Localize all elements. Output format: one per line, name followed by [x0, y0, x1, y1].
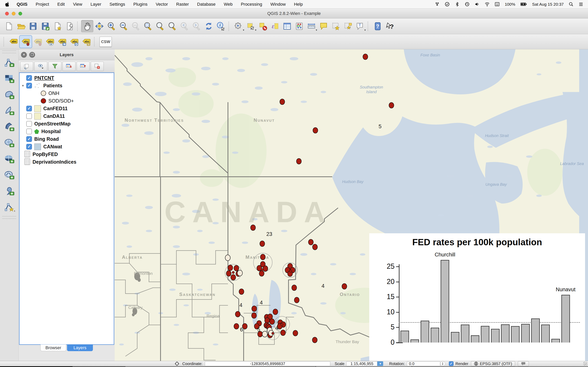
dropbox-icon[interactable]: [435, 2, 440, 7]
help-contents-button[interactable]: ?: [372, 20, 384, 32]
new-shapefile-layer-button[interactable]: ▾: [2, 200, 16, 214]
menu-help[interactable]: Help: [290, 0, 307, 8]
menu-qgis[interactable]: QGIS: [13, 0, 32, 8]
clock-icon[interactable]: [465, 2, 470, 7]
menu-raster[interactable]: Raster: [172, 0, 193, 8]
pan-map-button[interactable]: [81, 20, 93, 32]
battery-icon[interactable]: [520, 2, 527, 7]
volume-icon[interactable]: [475, 2, 480, 7]
add-spatialite-layer-button[interactable]: [2, 104, 16, 117]
rotation-input[interactable]: 0.0: [407, 361, 440, 366]
metasearch-csw-button[interactable]: CSW: [100, 37, 112, 47]
text-annotation-button[interactable]: T▾: [354, 20, 366, 32]
highlight-pinned-labels-button[interactable]: abc: [32, 36, 44, 48]
add-wms-layer-button[interactable]: [2, 136, 16, 150]
expander-icon[interactable]: ▼: [20, 84, 26, 87]
whats-this-button[interactable]: ?: [384, 20, 396, 32]
measure-line-button[interactable]: ▾: [305, 20, 318, 32]
render-checkbox[interactable]: [449, 361, 454, 366]
field-calculator-button[interactable]: [293, 20, 305, 32]
detach-panel-icon[interactable]: ❐: [29, 52, 35, 58]
add-delimited-text-layer-button[interactable]: [2, 184, 16, 198]
crs-status-button[interactable]: EPSG:3857 (OTF): [471, 361, 515, 366]
run-feature-action-button[interactable]: ▾: [233, 20, 245, 32]
add-postgis-layer-button[interactable]: [2, 88, 16, 101]
menu-project[interactable]: Project: [32, 0, 53, 8]
rotation-stepper[interactable]: ▲▼: [440, 361, 445, 366]
collapse-all-icon[interactable]: [77, 62, 90, 71]
save-project-as-button[interactable]: [39, 20, 51, 32]
pan-to-selection-button[interactable]: [93, 20, 105, 32]
layer-checkbox[interactable]: [26, 144, 32, 150]
menu-layer[interactable]: Layer: [86, 0, 105, 8]
save-project-button[interactable]: [27, 20, 39, 32]
manage-visibility-icon[interactable]: [34, 62, 47, 71]
layer-checkbox[interactable]: [26, 83, 32, 88]
layer-checkbox[interactable]: [26, 113, 32, 119]
menu-clock[interactable]: Sat Aug 15 20:37: [532, 2, 564, 7]
layer-item-patients[interactable]: ▼Patients: [20, 82, 114, 90]
tab-layers[interactable]: Layers: [67, 344, 93, 351]
notification-center-icon[interactable]: [579, 2, 583, 7]
log-messages-button[interactable]: [518, 361, 529, 366]
scale-dropdown-icon[interactable]: ▼: [377, 361, 383, 366]
add-raster-layer-button[interactable]: [2, 72, 16, 85]
layer-item-canwat[interactable]: CANwat: [20, 143, 114, 150]
select-features-button[interactable]: ▾: [245, 20, 257, 32]
show-bookmarks-button[interactable]: [342, 20, 354, 32]
apple-menu-icon[interactable]: [5, 1, 10, 7]
new-print-composer-button[interactable]: [51, 20, 63, 32]
layer-item-sod-sod-[interactable]: SOD/SOD+: [20, 97, 114, 105]
wifi-icon[interactable]: [485, 2, 490, 7]
new-project-button[interactable]: [3, 20, 15, 32]
zoom-native-button[interactable]: 1:1: [130, 20, 142, 32]
filter-legend-icon[interactable]: [48, 62, 61, 71]
show-hide-labels-button[interactable]: abc: [44, 36, 56, 48]
add-wfs-layer-button[interactable]: [2, 168, 16, 182]
layer-checkbox[interactable]: [26, 75, 32, 81]
add-group-icon[interactable]: [20, 62, 33, 71]
menu-view[interactable]: View: [69, 0, 86, 8]
tab-browser[interactable]: Browser: [40, 344, 66, 351]
zoom-out-button[interactable]: [118, 20, 130, 32]
add-wcs-layer-button[interactable]: [2, 152, 16, 166]
layer-item-openstreetmap[interactable]: OpenStreetMap: [20, 120, 114, 128]
zoom-last-button[interactable]: [178, 20, 190, 32]
menu-vector[interactable]: Vector: [152, 0, 172, 8]
close-panel-icon[interactable]: ✕: [21, 52, 27, 58]
open-project-button[interactable]: [15, 20, 27, 32]
menu-database[interactable]: Database: [193, 0, 220, 8]
menu-edit[interactable]: Edit: [53, 0, 69, 8]
composer-manager-button[interactable]: [63, 20, 76, 32]
rotate-label-button[interactable]: abc: [68, 36, 80, 48]
input-menu-icon[interactable]: [495, 2, 500, 7]
menu-processing[interactable]: Processing: [237, 0, 266, 8]
new-bookmark-button[interactable]: [330, 20, 342, 32]
add-vector-layer-button[interactable]: [2, 56, 16, 69]
zoom-to-selection-button[interactable]: [154, 20, 166, 32]
check-circle-icon[interactable]: [445, 2, 450, 7]
layer-item-onh[interactable]: ONH: [20, 90, 114, 97]
zoom-next-button[interactable]: [190, 20, 203, 32]
map-tips-button[interactable]: [318, 20, 330, 32]
change-label-button[interactable]: abc: [80, 36, 93, 48]
remove-layer-icon[interactable]: [91, 62, 104, 71]
layer-item-deprivationindices[interactable]: DeprivationIndices: [20, 158, 114, 166]
bluetooth-icon[interactable]: [455, 2, 460, 7]
layer-labeling-options-button[interactable]: abc: [8, 36, 20, 48]
menu-settings[interactable]: Settings: [105, 0, 129, 8]
spotlight-icon[interactable]: [569, 2, 573, 7]
layer-item-bing-road[interactable]: Bing Road: [20, 135, 114, 143]
move-label-button[interactable]: abc: [56, 36, 68, 48]
menu-plugins[interactable]: Plugins: [129, 0, 152, 8]
layer-checkbox[interactable]: [26, 136, 32, 142]
zoom-full-button[interactable]: [142, 20, 154, 32]
open-attribute-table-button[interactable]: [281, 20, 293, 32]
deselect-features-button[interactable]: [257, 20, 269, 32]
identify-features-button[interactable]: i: [215, 20, 227, 32]
coordinate-capture-icon[interactable]: [174, 361, 180, 366]
layer-item-pntcnt[interactable]: PNTCNT: [20, 74, 114, 82]
window-resize-grip[interactable]: [583, 362, 587, 366]
pin-unpin-labels-button[interactable]: abc: [20, 36, 32, 48]
layer-checkbox[interactable]: [26, 129, 32, 134]
